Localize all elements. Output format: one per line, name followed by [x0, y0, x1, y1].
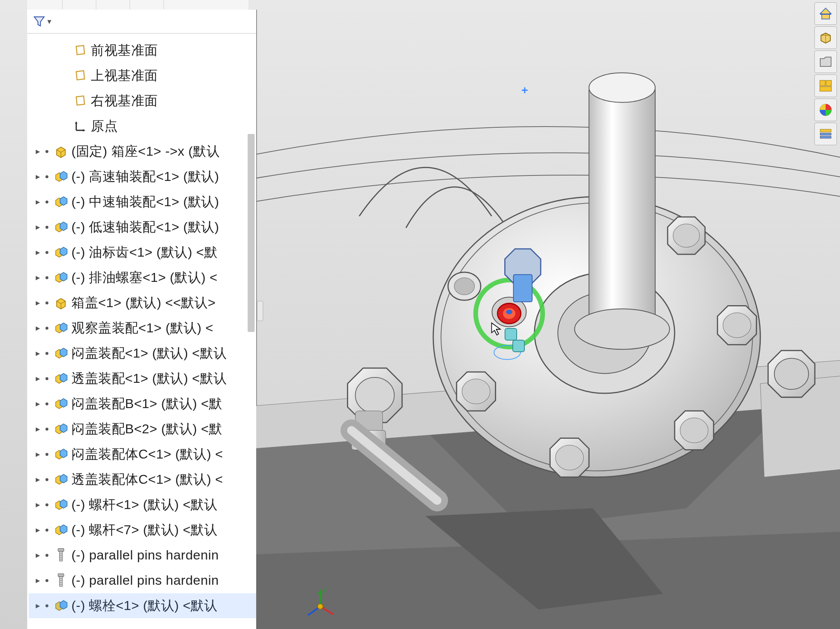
component-item[interactable]: ▸•闷盖装配B<2> (默认) <默: [29, 416, 256, 441]
view-triad: Y: [303, 589, 338, 627]
feature-manager-tabs[interactable]: [27, 0, 248, 10]
component-item[interactable]: ▸•观察盖装配<1> (默认) <: [29, 315, 256, 341]
tree-item-label: (-) 低速轴装配<1> (默认): [71, 218, 219, 236]
expand-caret-icon[interactable]: ▸: [33, 374, 42, 384]
component-item[interactable]: ▸•闷盖装配体C<1> (默认) <: [29, 441, 256, 467]
component-item[interactable]: ▸•(-) parallel pins hardenin: [29, 542, 256, 568]
component-item[interactable]: ▸•(-) 螺杆<1> (默认) <默认: [29, 492, 256, 517]
component-item[interactable]: ▸•闷盖装配B<1> (默认) <默: [29, 391, 256, 416]
component-icon: [54, 573, 68, 588]
graphics-viewport[interactable]: + Y: [256, 10, 840, 629]
svg-point-30: [506, 309, 512, 314]
component-item[interactable]: ▸•(-) 油标齿<1> (默认) <默: [29, 240, 256, 265]
tree-scrollbar[interactable]: [248, 134, 255, 332]
expand-caret-icon[interactable]: ▸: [33, 525, 42, 535]
display-style-icon[interactable]: [814, 75, 837, 97]
svg-point-7: [355, 377, 394, 413]
tree-item-label: 原点: [91, 117, 118, 135]
component-item[interactable]: ▸•(-) 中速轴装配<1> (默认): [29, 189, 256, 214]
datum-plane-item[interactable]: 右视基准面: [29, 88, 256, 113]
svg-point-41: [318, 604, 323, 609]
scene-settings-icon[interactable]: [814, 123, 837, 145]
svg-rect-48: [820, 133, 831, 135]
component-item[interactable]: ▸•(-) 排油螺塞<1> (默认) <: [29, 265, 256, 290]
svg-rect-45: [820, 87, 831, 91]
svg-rect-0: [58, 548, 64, 551]
model-render: [256, 10, 840, 629]
tree-item-label: 前视基准面: [91, 42, 158, 59]
expand-caret-icon[interactable]: ▸: [33, 424, 42, 434]
tree-item-label: (-) parallel pins hardenin: [71, 573, 219, 588]
tree-item-label: (-) 中速轴装配<1> (默认): [71, 193, 219, 211]
bullet-icon: •: [44, 448, 50, 460]
component-item[interactable]: ▸•(-) 低速轴装配<1> (默认): [29, 214, 256, 240]
home-icon[interactable]: [814, 2, 837, 25]
isometric-icon[interactable]: [814, 26, 837, 49]
component-item[interactable]: ▸•箱盖<1> (默认) <<默认>: [29, 290, 256, 315]
mate-concentric-badge-icon: [505, 328, 517, 341]
tree-item-label: 透盖装配体C<1> (默认) <: [71, 471, 223, 488]
filter-icon[interactable]: [33, 15, 46, 28]
selection-highlight: [29, 593, 256, 618]
plane-icon: [73, 94, 88, 108]
component-item[interactable]: ▸•(-) parallel pins hardenin: [29, 568, 256, 593]
component-item[interactable]: ▸•(-) 高速轴装配<1> (默认): [29, 164, 256, 189]
datum-plane-item[interactable]: 前视基准面: [29, 38, 256, 63]
component-item[interactable]: ▸•(-) 螺杆<7> (默认) <默认: [29, 517, 256, 542]
expand-caret-icon[interactable]: ▸: [33, 247, 42, 257]
expand-caret-icon[interactable]: ▸: [33, 197, 42, 207]
svg-point-25: [454, 278, 474, 295]
bullet-icon: •: [44, 322, 50, 334]
expand-caret-icon[interactable]: ▸: [33, 222, 42, 232]
svg-point-23: [462, 379, 490, 404]
tree-item-label: 闷盖装配B<1> (默认) <默: [71, 395, 222, 413]
bullet-icon: •: [44, 221, 50, 233]
origin-item[interactable]: 原点: [29, 113, 256, 139]
expand-caret-icon[interactable]: ▸: [33, 399, 42, 409]
expand-caret-icon[interactable]: ▸: [33, 550, 42, 560]
bullet-icon: •: [44, 574, 50, 587]
dropdown-caret-icon[interactable]: ▾: [47, 17, 51, 26]
component-item[interactable]: ▸•闷盖装配<1> (默认) <默认: [29, 341, 256, 366]
component-icon: [54, 169, 68, 184]
tree-item-label: 透盖装配<1> (默认) <默认: [71, 370, 227, 387]
expand-caret-icon[interactable]: ▸: [33, 474, 42, 485]
bullet-icon: •: [44, 423, 50, 435]
tree-item-label: (-) parallel pins hardenin: [71, 547, 219, 563]
svg-point-21: [555, 445, 583, 470]
tab-btn[interactable]: [31, 0, 62, 9]
component-item[interactable]: ▸•透盖装配<1> (默认) <默认: [29, 366, 256, 391]
expand-caret-icon[interactable]: ▸: [33, 348, 42, 358]
svg-rect-43: [820, 80, 825, 86]
component-icon: [54, 396, 68, 411]
component-icon: [54, 548, 68, 563]
tree-item-label: (-) 螺杆<7> (默认) <默认: [71, 521, 217, 539]
bullet-icon: •: [44, 549, 50, 561]
expand-caret-icon[interactable]: ▸: [33, 298, 42, 308]
tree-item-label: (-) 排油螺塞<1> (默认) <: [71, 269, 217, 287]
svg-rect-32: [514, 275, 532, 302]
triad-y-label: Y: [323, 589, 328, 595]
tab-btn[interactable]: [65, 0, 96, 9]
feature-tree[interactable]: 前视基准面上视基准面右视基准面原点▸•(固定) 箱座<1> ->x (默认▸•(…: [27, 34, 256, 618]
svg-rect-42: [820, 14, 831, 15]
tab-btn[interactable]: [99, 0, 130, 9]
datum-plane-item[interactable]: 上视基准面: [29, 63, 256, 88]
expand-caret-icon[interactable]: ▸: [33, 323, 42, 333]
tab-btn[interactable]: [132, 0, 164, 9]
component-item[interactable]: ▸•透盖装配体C<1> (默认) <: [29, 467, 256, 492]
bullet-icon: •: [44, 297, 50, 309]
expand-caret-icon[interactable]: ▸: [33, 146, 42, 156]
expand-caret-icon[interactable]: ▸: [33, 575, 42, 586]
component-icon: [54, 447, 68, 462]
component-item[interactable]: ▸•(固定) 箱座<1> ->x (默认: [29, 139, 256, 164]
open-icon[interactable]: [814, 50, 837, 73]
expand-caret-icon[interactable]: ▸: [33, 500, 42, 510]
appearance-icon[interactable]: [814, 99, 837, 121]
component-item[interactable]: ▸•(-) 螺栓<1> (默认) <默认: [29, 593, 256, 618]
bullet-icon: •: [44, 271, 50, 284]
expand-caret-icon[interactable]: ▸: [33, 172, 42, 182]
expand-caret-icon[interactable]: ▸: [33, 449, 42, 459]
expand-caret-icon[interactable]: ▸: [33, 273, 42, 283]
task-pane-toolbar: [814, 2, 836, 145]
